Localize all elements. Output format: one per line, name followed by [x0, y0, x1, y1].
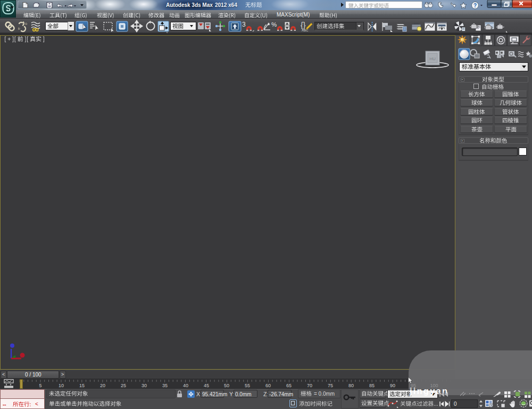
svg-text:?: ? — [473, 3, 477, 9]
svg-text:HU: HU — [429, 56, 436, 61]
svg-text:100: 100 — [430, 383, 438, 388]
svg-text:{}: {} — [301, 21, 306, 29]
svg-text:%: % — [271, 21, 277, 28]
svg-text:3: 3 — [242, 21, 246, 28]
